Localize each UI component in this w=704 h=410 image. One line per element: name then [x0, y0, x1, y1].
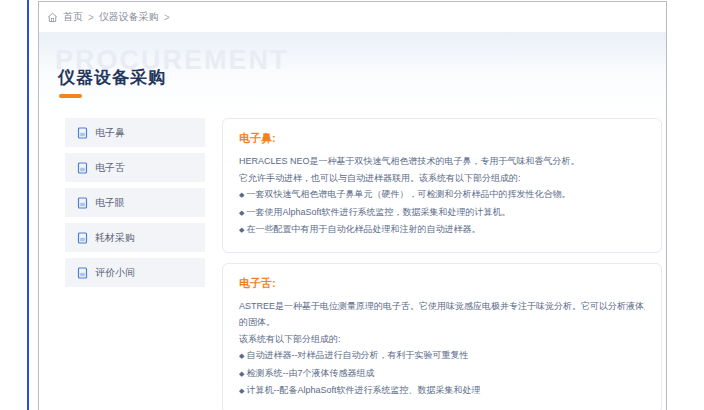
document-icon: [77, 162, 88, 174]
bullet-icon: ◆: [239, 191, 244, 198]
breadcrumb-separator: >: [164, 12, 170, 23]
bullet-icon: ◆: [239, 226, 244, 233]
sidebar-item-label: 耗材采购: [95, 231, 135, 245]
panel-text-line: HERACLES NEO是一种基于双快速气相色谱技术的电子鼻，专用于气味和香气分…: [239, 153, 645, 170]
sidebar-item-label: 电子舌: [95, 161, 125, 175]
panel-bullet-line: ◆检测系统--由7个液体传感器组成: [239, 365, 645, 383]
sidebar-item-label: 电子眼: [95, 196, 125, 210]
document-icon: [77, 127, 88, 139]
main-content: 电子鼻:HERACLES NEO是一种基于双快速气相色谱技术的电子鼻，专用于气味…: [222, 118, 662, 410]
panel-text-line: 该系统有以下部分组成的:: [239, 331, 645, 348]
panel-text-line: 的固体。: [239, 314, 645, 331]
content-container: 首页 > 仪器设备采购 > PROCUREMENT 仪器设备采购 电子鼻电子舌电…: [38, 1, 667, 410]
breadcrumb: 首页 > 仪器设备采购 >: [39, 2, 666, 33]
sidebar-item-4[interactable]: 耗材采购: [65, 223, 205, 252]
bullet-icon: ◆: [239, 352, 244, 359]
panel-electronic-tongue: 电子舌:ASTREE是一种基于电位测量原理的电子舌。它使用味觉感应电极并专注于味…: [222, 263, 662, 410]
page-title: 仪器设备采购: [58, 66, 166, 89]
sidebar-item-label: 评价小间: [95, 266, 135, 280]
panel-bullet-line: ◆在一些配置中有用于自动化样品处理和注射的自动进样器。: [239, 221, 645, 239]
document-icon: [77, 197, 88, 209]
sidebar-item-2[interactable]: 电子舌: [65, 153, 205, 182]
breadcrumb-separator: >: [88, 12, 94, 23]
sidebar-item-label: 电子鼻: [95, 126, 125, 140]
page-header: PROCUREMENT 仪器设备采购: [39, 33, 666, 115]
document-icon: [77, 267, 88, 279]
panel-bullet-line: ◆自动进样器--对样品进行自动分析，有利于实验可重复性: [239, 347, 645, 365]
sidebar-item-5[interactable]: 评价小间: [65, 258, 205, 287]
panel-text-line: ASTREE是一种基于电位测量原理的电子舌。它使用味觉感应电极并专注于味觉分析。…: [239, 298, 645, 315]
title-underline: [59, 94, 82, 98]
breadcrumb-home[interactable]: 首页: [63, 10, 83, 24]
panel-bullet-line: ◆一套使用AlphaSoft软件进行系统监控，数据采集和处理的计算机。: [239, 204, 645, 222]
sidebar-item-1[interactable]: 电子鼻: [65, 118, 205, 147]
left-accent-line: [27, 0, 29, 410]
content-row: 电子鼻电子舌电子眼耗材采购评价小间 电子鼻:HERACLES NEO是一种基于双…: [39, 118, 666, 410]
sidebar: 电子鼻电子舌电子眼耗材采购评价小间: [65, 118, 205, 287]
panel-bullet-line: ◆计算机--配备AlphaSoft软件进行系统监控、数据采集和处理: [239, 382, 645, 400]
sidebar-item-3[interactable]: 电子眼: [65, 188, 205, 217]
panel-bullet-line: ◆一套双快速气相色谱电子鼻单元（硬件），可检测和分析样品中的挥发性化合物。: [239, 186, 645, 204]
panel-heading: 电子鼻:: [239, 131, 645, 146]
bullet-icon: ◆: [239, 209, 244, 216]
bullet-icon: ◆: [239, 387, 244, 394]
bullet-icon: ◆: [239, 370, 244, 377]
panel-text-line: 它允许手动进样，也可以与自动进样器联用。该系统有以下部分组成的:: [239, 170, 645, 187]
home-icon[interactable]: [47, 12, 58, 23]
panel-heading: 电子舌:: [239, 276, 645, 291]
document-icon: [77, 232, 88, 244]
panel-electronic-nose: 电子鼻:HERACLES NEO是一种基于双快速气相色谱技术的电子鼻，专用于气味…: [222, 118, 662, 253]
breadcrumb-current[interactable]: 仪器设备采购: [99, 10, 159, 24]
